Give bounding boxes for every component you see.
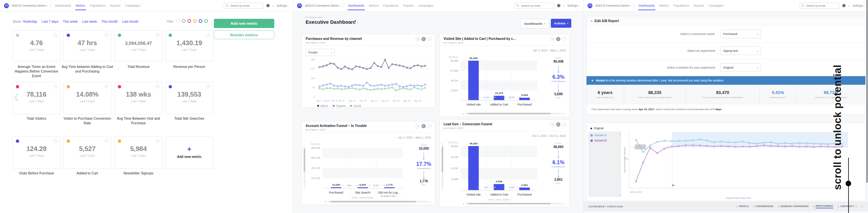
data-point[interactable]: [777, 143, 779, 144]
data-point[interactable]: [355, 84, 356, 85]
data-point[interactable]: [330, 83, 331, 84]
data-point[interactable]: [351, 85, 353, 86]
data-point[interactable]: [763, 144, 764, 146]
data-point[interactable]: [656, 152, 658, 154]
settings-menu[interactable]: Settings ▾: [277, 4, 288, 7]
scroll-progress-dot[interactable]: [845, 181, 851, 186]
data-point[interactable]: [355, 88, 356, 90]
metric-card[interactable]: 138 wksLast 7 Days: [115, 82, 162, 114]
data-point[interactable]: [384, 88, 386, 90]
data-point[interactable]: [341, 68, 342, 70]
edit-icon[interactable]: ✎: [422, 124, 426, 128]
legend-label[interactable]: Social: [353, 104, 362, 107]
data-point[interactable]: [370, 68, 371, 69]
workspace-switcher[interactable]: 2023 E-Commerce Demo▾: [12, 4, 48, 7]
data-point[interactable]: [664, 140, 665, 141]
data-point[interactable]: [421, 89, 422, 90]
metric-card[interactable]: 5,527Last 7 Days: [63, 136, 111, 169]
data-point[interactable]: [685, 144, 686, 146]
data-point[interactable]: [635, 181, 637, 182]
data-point[interactable]: [417, 88, 418, 90]
data-point[interactable]: [685, 140, 686, 141]
data-point[interactable]: [337, 88, 338, 90]
data-point[interactable]: [827, 146, 828, 147]
data-point[interactable]: [384, 59, 386, 60]
data-point[interactable]: [763, 142, 764, 143]
data-point[interactable]: [337, 67, 338, 68]
nav-populations[interactable]: Populations: [90, 4, 105, 7]
data-point[interactable]: [742, 141, 743, 142]
data-point[interactable]: [348, 68, 349, 69]
data-point[interactable]: [399, 86, 400, 87]
data-point[interactable]: [322, 66, 324, 67]
filter-color-dot[interactable]: [204, 19, 208, 23]
data-point[interactable]: [403, 86, 404, 88]
more-icon[interactable]: ⋯: [427, 124, 432, 128]
data-point[interactable]: [362, 88, 364, 89]
metric-card[interactable]: 124.28Last 7 Days: [12, 136, 60, 169]
data-point[interactable]: [413, 65, 415, 66]
funnel-bar[interactable]: [468, 61, 479, 100]
nav-dashboards[interactable]: Dashboards: [55, 4, 71, 7]
data-point[interactable]: [359, 66, 360, 68]
data-point[interactable]: [742, 146, 743, 147]
edit-icon[interactable]: ✎: [556, 122, 560, 127]
data-point[interactable]: [713, 146, 715, 147]
add-new-metric-button[interactable]: Add new metric: [214, 19, 274, 28]
account-icon[interactable]: [266, 4, 270, 7]
range-link-yesterday[interactable]: Yesterday: [23, 20, 37, 24]
data-point[interactable]: [678, 145, 679, 147]
nav-reports[interactable]: Reports: [403, 4, 414, 7]
data-point[interactable]: [735, 146, 736, 147]
more-icon[interactable]: ⋯: [562, 37, 566, 41]
data-point[interactable]: [728, 146, 729, 147]
data-point[interactable]: [388, 85, 390, 86]
data-point[interactable]: [388, 87, 390, 89]
data-point[interactable]: [706, 140, 708, 141]
data-point[interactable]: [720, 145, 722, 146]
data-point[interactable]: [425, 87, 426, 88]
data-point[interactable]: [377, 88, 378, 90]
data-point[interactable]: [410, 89, 411, 90]
nav-populations[interactable]: Populations: [674, 4, 689, 7]
data-point[interactable]: [699, 139, 700, 140]
data-point[interactable]: [362, 85, 364, 87]
data-point[interactable]: [813, 143, 814, 144]
sort-header-people[interactable]: ⇅PEOPLE: [736, 205, 748, 208]
data-point[interactable]: [656, 141, 658, 142]
data-point[interactable]: [392, 84, 393, 85]
edit-icon[interactable]: ✎: [556, 37, 560, 41]
data-point[interactable]: [348, 88, 349, 89]
data-point[interactable]: [341, 85, 342, 86]
data-point[interactable]: [333, 63, 335, 65]
nav-metrics[interactable]: Metrics: [76, 4, 86, 7]
data-point[interactable]: [344, 86, 346, 87]
data-point[interactable]: [337, 85, 338, 87]
metric-card[interactable]: 3,594,056.47Last 7 Days: [115, 30, 162, 61]
data-point[interactable]: [642, 151, 644, 153]
data-point[interactable]: [326, 88, 328, 89]
edit-ab-report-header[interactable]: ▴ Edit A/B Report: [587, 16, 865, 26]
nav-metrics[interactable]: Metrics: [659, 4, 669, 7]
range-link-last-7-days[interactable]: Last 7 days: [41, 20, 58, 24]
metric-card[interactable]: 139,553Last 7 Days: [165, 82, 213, 114]
data-point[interactable]: [370, 90, 371, 91]
edit-title-icon[interactable]: ✎: [355, 20, 361, 25]
data-point[interactable]: [784, 146, 786, 147]
data-point[interactable]: [770, 145, 772, 146]
data-point[interactable]: [756, 145, 757, 147]
data-point[interactable]: [650, 147, 651, 149]
data-point[interactable]: [351, 87, 353, 89]
data-point[interactable]: [322, 85, 324, 86]
data-point[interactable]: [373, 89, 375, 90]
workspace-switcher[interactable]: 2023 E-Commerce Demo▾: [595, 4, 631, 7]
data-point[interactable]: [377, 84, 378, 86]
data-point[interactable]: [392, 87, 393, 88]
nav-populations[interactable]: Populations: [383, 4, 399, 7]
search-input[interactable]: [521, 4, 552, 8]
nav-metrics[interactable]: Metrics: [369, 4, 378, 7]
data-point[interactable]: [399, 65, 400, 66]
data-point[interactable]: [319, 86, 320, 87]
conversion-event-select[interactable]: Purchased▾: [720, 30, 761, 38]
data-point[interactable]: [322, 89, 324, 90]
